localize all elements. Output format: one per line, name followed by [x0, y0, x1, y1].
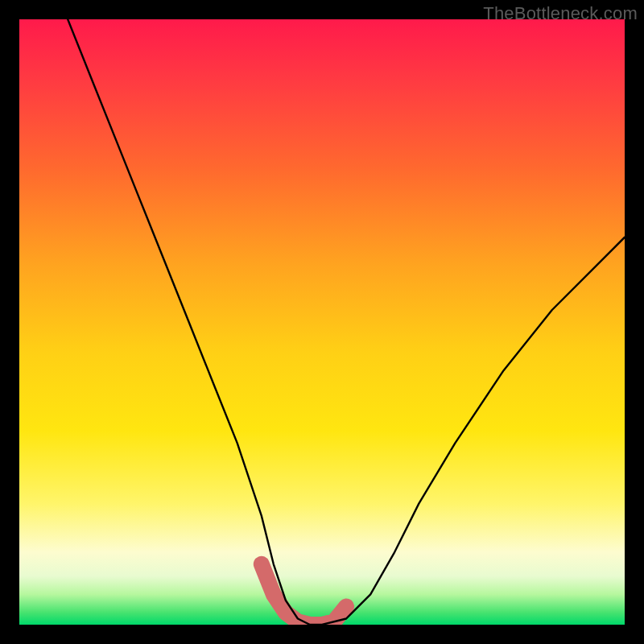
watermark-text: TheBottleneck.com — [483, 3, 638, 24]
plot-area — [19, 19, 625, 625]
chart-frame: TheBottleneck.com — [0, 0, 644, 644]
bottleneck-curve — [68, 19, 625, 625]
valley-highlight — [262, 564, 346, 625]
chart-svg — [19, 19, 625, 625]
